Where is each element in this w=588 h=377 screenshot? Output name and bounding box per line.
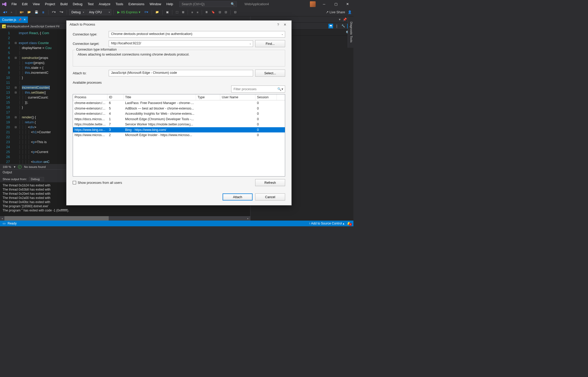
tool-icon-3[interactable]: ⊞ xyxy=(181,10,186,15)
process-row[interactable]: chrome-extension://...5AdBlock — best ad… xyxy=(73,106,285,111)
refresh-icon[interactable]: ⟳▾ xyxy=(143,10,150,15)
menu-build[interactable]: Build xyxy=(58,1,70,8)
bookmark-icon[interactable]: 🔖 xyxy=(210,10,216,15)
diagnostic-tools-tab[interactable]: Diagnostic Tools xyxy=(348,16,353,48)
fold-gutter[interactable]: ⊟⊟⊟⊟⊟⊟ xyxy=(14,29,18,164)
panel-pin-icon[interactable]: 📌 xyxy=(343,17,347,21)
menu-analyze[interactable]: Analyze xyxy=(96,1,113,8)
new-project-icon[interactable]: ▣▾ xyxy=(18,10,25,15)
tab-counter-js[interactable]: Counter.js 📌 ✕ xyxy=(0,16,28,23)
filter-search-icon[interactable]: 🔍▾ xyxy=(276,87,285,91)
nav-back-icon[interactable]: ◀ ▾ xyxy=(2,10,9,15)
tool-icon-2[interactable]: ⬚ xyxy=(174,10,180,15)
menu-edit[interactable]: Edit xyxy=(19,1,30,8)
tool-icon-4[interactable]: ⊡ xyxy=(217,10,222,15)
config-dropdown[interactable]: Debug xyxy=(69,9,85,15)
attach-to-process-dialog: Attach to Process ? ✕ Connection type: C… xyxy=(66,20,292,205)
col-process[interactable]: Process xyxy=(73,94,107,100)
issues-text: No issues found xyxy=(24,165,46,168)
indent-icon[interactable]: ≡ xyxy=(190,10,194,15)
output-source-dropdown[interactable]: Debug xyxy=(29,177,44,181)
scroll-right-icon[interactable]: ▸ xyxy=(246,216,250,221)
editor-h-scrollbar[interactable]: ◂ ▸ xyxy=(0,216,250,221)
wrench-icon[interactable]: 🔧 xyxy=(341,24,346,28)
pin-icon[interactable]: 📌 xyxy=(18,18,21,21)
tool-icon-5[interactable]: ⊡ xyxy=(223,10,228,15)
process-list-header[interactable]: Process ID Title Type User Name Session xyxy=(73,94,285,100)
attach-to-label: Attach to: xyxy=(73,71,107,75)
process-row[interactable]: chrome-extension://...4Accessibility Ins… xyxy=(73,111,285,117)
save-all-icon[interactable]: 🗎 xyxy=(41,10,46,15)
process-row[interactable]: https://docs.microso...1Microsoft Edge (… xyxy=(73,117,285,122)
comment-icon[interactable]: ≣ xyxy=(204,10,209,15)
cancel-button[interactable]: Cancel xyxy=(255,193,285,200)
connection-target-input[interactable]: http://localhost:9222/⌄ xyxy=(109,40,253,47)
browse-icon[interactable]: 📁 xyxy=(154,10,160,15)
close-window-button[interactable]: ✕ xyxy=(342,0,353,8)
redo-icon[interactable]: ↷▾ xyxy=(58,10,65,15)
menu-file[interactable]: File xyxy=(9,1,19,8)
code-content[interactable]: import React, { Com export class Counte … xyxy=(18,29,52,164)
col-session[interactable]: Session xyxy=(255,94,277,100)
undo-icon[interactable]: ↶▾ xyxy=(51,10,57,15)
live-share-button[interactable]: ↗ Live Share xyxy=(326,10,345,14)
dialog-title: Attach to Process xyxy=(70,23,95,26)
breadcrumb-text[interactable]: WebApplication4 JavaScript Content Fil xyxy=(7,25,59,28)
tab-close-icon[interactable]: ✕ xyxy=(23,18,26,21)
process-rows[interactable]: chrome-extension://...6LastPass: Free Pa… xyxy=(73,100,285,176)
process-row[interactable]: https://www.microso...2Microsoft Edge In… xyxy=(73,132,285,138)
notifications-icon[interactable]: 🔔1 xyxy=(347,222,351,225)
scroll-left-icon[interactable]: ◂ xyxy=(0,216,4,221)
menu-project[interactable]: Project xyxy=(42,1,58,8)
find-button[interactable]: Find... xyxy=(255,40,285,47)
save-icon[interactable]: 💾 xyxy=(33,10,40,15)
col-id[interactable]: ID xyxy=(107,94,124,100)
process-row[interactable]: chrome-extension://...6LastPass: Free Pa… xyxy=(73,100,285,106)
info-text: Allows attaching to websocket connection… xyxy=(78,53,282,56)
process-row[interactable]: https://mobile.twitter...7Service Worker… xyxy=(73,122,285,127)
zoom-level[interactable]: 100 % xyxy=(3,165,11,168)
menu-test[interactable]: Test xyxy=(85,1,96,8)
menu-window[interactable]: Window xyxy=(147,1,164,8)
connection-type-dropdown[interactable]: Chrome devtools protocol websocket (no a… xyxy=(109,31,285,38)
status-icon: ▭ xyxy=(3,222,5,225)
user-avatar[interactable] xyxy=(310,1,316,7)
col-type[interactable]: Type xyxy=(196,94,220,100)
help-icon[interactable]: ? xyxy=(275,23,281,27)
maximize-button[interactable]: ▢ xyxy=(330,0,342,8)
js-file-icon: JS xyxy=(2,25,6,28)
solution-name: WebApplication4 xyxy=(237,2,310,6)
attach-to-field[interactable]: JavaScript (Microsoft Edge - Chromium) c… xyxy=(109,70,253,76)
run-label: IIS Express xyxy=(121,10,138,14)
menu-view[interactable]: View xyxy=(30,1,42,8)
panel-menu-icon[interactable]: ▾ xyxy=(339,17,341,21)
nav-fwd-icon[interactable]: ▸ xyxy=(10,10,14,15)
show-all-users-checkbox[interactable]: Show processes from all users xyxy=(73,181,122,185)
platform-dropdown[interactable]: Any CPU xyxy=(87,9,111,15)
attach-button[interactable]: Attach xyxy=(223,193,253,200)
menu-extensions[interactable]: Extensions xyxy=(126,1,147,8)
source-control-button[interactable]: ↑ Add to Source Control ▴ xyxy=(309,222,344,225)
dialog-close-icon[interactable]: ✕ xyxy=(281,23,288,27)
open-file-icon[interactable]: 📂 xyxy=(26,10,32,15)
select-button[interactable]: Select... xyxy=(255,70,285,77)
global-search[interactable]: Search (Ctrl+Q) 🔍 xyxy=(179,1,237,7)
col-user[interactable]: User Name xyxy=(220,94,255,100)
menu-tools[interactable]: Tools xyxy=(113,1,126,8)
menu-debug[interactable]: Debug xyxy=(70,1,85,8)
menu-help[interactable]: Help xyxy=(164,1,176,8)
view-toggle-1[interactable]: ⬒ xyxy=(328,24,333,28)
check-icon: ✓ xyxy=(18,165,22,169)
col-title[interactable]: Title xyxy=(124,94,196,100)
outdent-icon[interactable]: ≡ xyxy=(195,10,200,15)
run-button[interactable]: ▶ IIS Express ▾ xyxy=(116,10,142,15)
zoom-dropdown-icon[interactable]: ▾ xyxy=(14,165,15,169)
tool-icon-6[interactable]: ⊡ xyxy=(233,10,238,15)
feedback-icon[interactable]: 👤 xyxy=(348,10,352,14)
filter-processes-input[interactable] xyxy=(231,86,276,92)
tool-icon-1[interactable]: ▣ xyxy=(165,10,170,15)
refresh-button[interactable]: Refresh xyxy=(255,179,285,186)
minimize-button[interactable]: ─ xyxy=(318,0,330,8)
process-row[interactable]: https://www.bing.co...3Bing - https://ww… xyxy=(73,127,285,133)
scroll-thumb[interactable] xyxy=(4,216,109,221)
